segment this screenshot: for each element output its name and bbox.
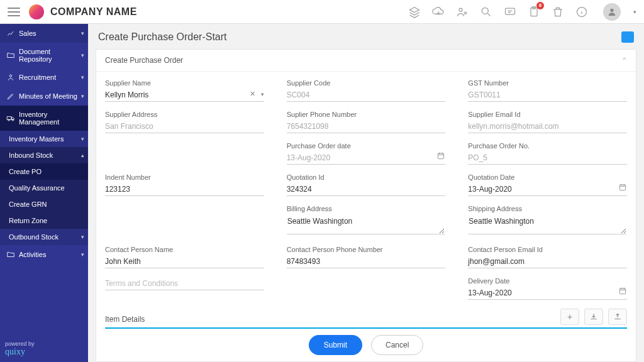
po-date-input [287,151,446,165]
folder-icon [6,250,15,259]
svg-rect-3 [506,8,515,14]
sidebar-sub-return[interactable]: Return Zone [0,212,88,229]
upload-button[interactable] [608,309,627,325]
delivery-date-input[interactable] [468,287,627,300]
contact-phone-input[interactable] [287,255,446,268]
sidebar-sub-inbound[interactable]: Inbound Stock [0,147,88,163]
sidebar-item-recruitment[interactable]: Recruitment [0,68,88,87]
person-icon [6,73,15,82]
message-icon[interactable] [504,6,516,18]
sidebar-label: Create PO [9,168,42,175]
label-supplier-code: Supplier Code [287,79,446,87]
sidebar-label: Inbound Stock [9,151,53,159]
svg-point-2 [482,8,488,14]
phone-input [287,120,446,133]
submit-button[interactable]: Submit [309,335,362,355]
sidebar-sub-create-po[interactable]: Create PO [0,163,88,180]
calendar-icon[interactable] [436,151,445,160]
svg-point-8 [9,75,12,77]
svg-point-1 [464,12,466,14]
sidebar-sub-outbound[interactable]: Outbound Stock [0,229,88,245]
label-shipping: Shipping Address [468,205,627,212]
supplier-code-input [287,89,446,102]
download-button[interactable] [584,309,603,325]
sidebar-item-document-repository[interactable]: Document Repository [0,43,88,68]
svg-point-0 [459,8,462,11]
clipboard-icon[interactable]: 8 [528,6,540,18]
chat-icon[interactable] [621,31,634,43]
sidebar-item-minutes[interactable]: Minutes of Meeting [0,87,88,106]
sidebar-label: Create GRN [9,200,47,208]
svg-rect-14 [619,288,625,294]
sidebar-label: Return Zone [9,217,47,224]
contact-email-input[interactable] [468,255,627,268]
chart-icon [6,29,15,38]
sidebar-label: Inventory Management [19,111,83,126]
people-gear-icon[interactable] [456,6,469,18]
item-toolbar: + [560,309,627,325]
quotation-date-input[interactable] [468,183,627,196]
po-no-input [468,151,627,165]
sidebar-label: Minutes of Meeting [19,92,77,100]
trash-icon[interactable] [552,6,564,18]
panel-title: Create Purchase Order [105,56,183,65]
svg-point-10 [8,119,9,121]
collapse-icon[interactable]: ⌃ [621,57,627,65]
billing-input[interactable] [287,214,446,234]
sidebar-label: Activities [19,251,46,258]
chevron-down-icon[interactable]: ▾ [633,9,636,15]
svg-point-11 [12,119,13,121]
main-content: Create Purchase Order-Start Create Purch… [88,24,644,362]
label-phone: Suplier Phone Number [287,111,446,118]
label-contact-name: Contact Person Name [105,246,264,253]
chevron-down-icon[interactable]: ▾ [261,91,264,97]
sidebar-label: Sales [19,30,36,37]
add-row-button[interactable]: + [560,309,579,325]
page-title-bar: Create Purchase Order-Start [88,24,644,47]
quotation-input[interactable] [287,183,446,196]
info-icon[interactable] [575,6,588,18]
sidebar-item-sales[interactable]: Sales [0,24,88,43]
sidebar-sub-grn[interactable]: Create GRN [0,196,88,212]
sidebar-item-activities[interactable]: Activities [0,245,88,264]
form-footer: Submit Cancel [96,329,636,361]
indent-input[interactable] [105,183,264,196]
shipping-input[interactable] [468,214,627,234]
label-contact-phone: Contact Person Phone Number [287,246,446,253]
supplier-name-input[interactable] [105,89,264,102]
search-icon[interactable] [480,6,492,18]
cancel-button[interactable]: Cancel [371,335,423,355]
sidebar: Sales Document Repository Recruitment Mi… [0,24,88,362]
label-billing: Billing Address [287,205,446,212]
sidebar-label: Document Repository [19,48,83,63]
label-po-no: Purchase Order No. [468,142,627,150]
header-toolbar: 8 ▾ [408,3,636,21]
sidebar-sub-qa[interactable]: Quality Assurance [0,180,88,196]
powered-by: powered byquixy [5,341,35,357]
gst-input [468,89,627,102]
contact-name-input[interactable] [105,255,264,268]
label-gst: GST Number [468,79,627,87]
calendar-icon[interactable] [618,183,627,192]
user-avatar[interactable] [603,3,621,21]
sidebar-sub-masters[interactable]: Inventory Masters [0,131,88,147]
app-header: COMPANY NAME 8 ▾ [0,0,644,24]
panel-header: Create Purchase Order ⌃ [96,50,636,72]
svg-point-7 [610,8,613,11]
layers-icon[interactable] [408,6,421,18]
sidebar-item-inventory[interactable]: Inventory Management [0,106,88,131]
label-quotation-date: Quotation Date [468,173,627,181]
item-details-label: Item Details [105,315,145,324]
pencil-icon [6,92,15,101]
calendar-icon[interactable] [618,287,627,295]
page-title: Create Purchase Order-Start [98,31,227,43]
cloud-download-icon[interactable] [432,6,445,18]
hamburger-icon[interactable] [8,8,20,16]
folder-icon [6,51,15,60]
sidebar-label: Quality Assurance [9,184,65,192]
clear-icon[interactable]: ✕ [250,90,255,98]
sidebar-label: Recruitment [19,74,56,81]
terms-input[interactable] [105,277,264,290]
svg-rect-13 [619,185,625,190]
svg-rect-12 [438,153,444,159]
